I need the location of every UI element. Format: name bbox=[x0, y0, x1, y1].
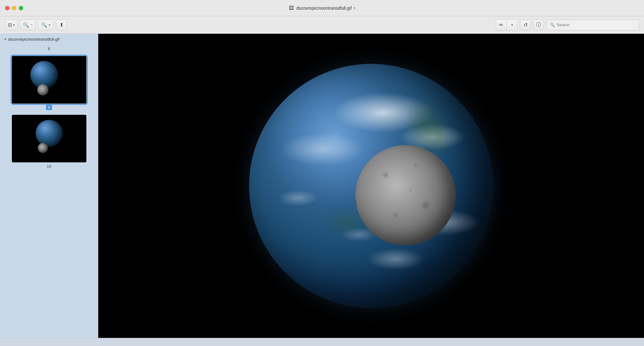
sidebar-title: dscovrepicmoontransitfull.gif bbox=[8, 37, 59, 42]
annotate-button-group: ✏ ▾ bbox=[496, 19, 518, 31]
sidebar-items: 8 9 bbox=[0, 45, 98, 174]
close-button[interactable] bbox=[5, 6, 9, 10]
frame-item-9[interactable]: 9 bbox=[12, 56, 86, 114]
thumb-moon-9 bbox=[37, 84, 49, 95]
title-bar: 🖼 dscovrepicmoontransitfull.gif ▾ bbox=[0, 0, 644, 16]
preview-area bbox=[98, 34, 644, 338]
info-icon: ⓘ bbox=[536, 22, 541, 28]
rotate-icon: ↺ bbox=[524, 22, 528, 28]
search-box[interactable]: 🔍 bbox=[546, 20, 639, 30]
zoom-out-button[interactable]: 🔍 − bbox=[20, 20, 36, 30]
toolbar: ⊟ ▾ 🔍 − 🔍 + ⬆ ✏ ▾ ↺ ⓘ 🔍 bbox=[0, 16, 644, 34]
pencil-icon: ✏ bbox=[499, 22, 503, 28]
frame-10-preview bbox=[12, 115, 86, 162]
rotate-button[interactable]: ↺ bbox=[520, 20, 531, 30]
frame-number-10: 10 bbox=[47, 164, 51, 169]
selected-frame-badge: 9 bbox=[46, 105, 52, 110]
title-center: 🖼 dscovrepicmoontransitfull.gif ▾ bbox=[289, 5, 355, 11]
minimize-button[interactable] bbox=[12, 6, 16, 10]
frame-number-9: 9 bbox=[46, 105, 52, 110]
annotate-chevron-icon: ▾ bbox=[511, 23, 513, 27]
share-icon: ⬆ bbox=[59, 22, 64, 28]
status-bar bbox=[0, 338, 644, 346]
view-toggle-icon: ⊟ bbox=[8, 22, 12, 28]
annotate-button[interactable]: ✏ bbox=[496, 20, 507, 30]
zoom-out-label: − bbox=[30, 23, 33, 27]
frame-item-8: 8 bbox=[12, 45, 86, 55]
frame-9-preview bbox=[12, 56, 86, 104]
frame-thumbnail-10[interactable] bbox=[12, 115, 86, 162]
view-toggle-chevron-icon: ▾ bbox=[13, 23, 15, 27]
annotate-dropdown-button[interactable]: ▾ bbox=[507, 20, 517, 30]
zoom-out-icon: 🔍 bbox=[23, 22, 29, 28]
earth-scene bbox=[98, 34, 644, 338]
window-title: dscovrepicmoontransitfull.gif bbox=[296, 6, 352, 11]
earth-globe bbox=[249, 64, 493, 308]
search-icon: 🔍 bbox=[550, 23, 555, 27]
zoom-in-button[interactable]: 🔍 + bbox=[38, 20, 54, 30]
search-input[interactable] bbox=[557, 23, 636, 27]
maximize-button[interactable] bbox=[19, 6, 23, 10]
zoom-in-icon: 🔍 bbox=[41, 22, 47, 28]
sidebar-chevron-icon: ▾ bbox=[4, 37, 6, 41]
main-content: ▾ dscovrepicmoontransitfull.gif 8 bbox=[0, 34, 644, 338]
thumb-earth-10 bbox=[36, 120, 63, 147]
sidebar: ▾ dscovrepicmoontransitfull.gif 8 bbox=[0, 34, 98, 338]
view-toggle-button[interactable]: ⊟ ▾ bbox=[5, 20, 18, 30]
toolbar-right: ✏ ▾ ↺ ⓘ 🔍 bbox=[496, 19, 639, 31]
frame-item-10[interactable]: 10 bbox=[12, 115, 86, 172]
title-chevron-icon[interactable]: ▾ bbox=[354, 6, 355, 10]
moon-globe bbox=[355, 145, 456, 245]
sidebar-header[interactable]: ▾ dscovrepicmoontransitfull.gif bbox=[0, 34, 98, 45]
frame-thumbnail-9[interactable] bbox=[12, 56, 86, 104]
traffic-lights bbox=[5, 6, 23, 10]
frame-number-8: 8 bbox=[48, 46, 50, 51]
share-button[interactable]: ⬆ bbox=[56, 20, 67, 30]
zoom-in-label: + bbox=[49, 23, 51, 27]
info-button[interactable]: ⓘ bbox=[533, 20, 544, 30]
thumb-moon-10 bbox=[38, 143, 48, 153]
file-icon: 🖼 bbox=[289, 5, 294, 11]
